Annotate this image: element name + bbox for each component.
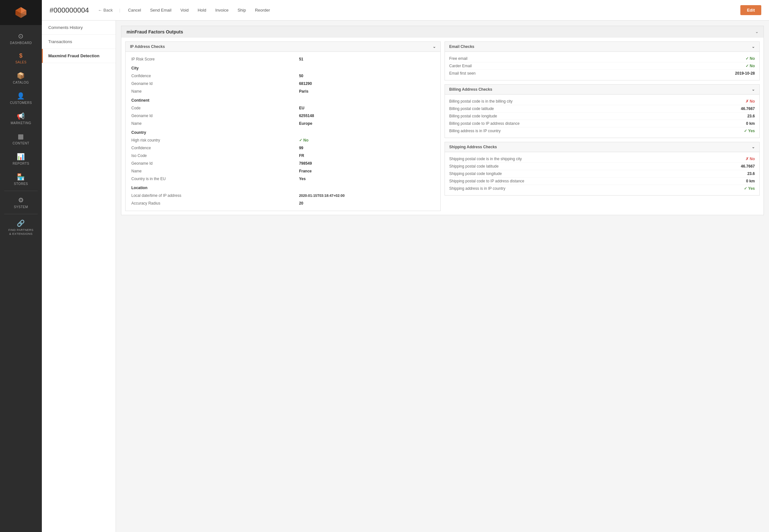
- location-label: Location: [131, 183, 435, 191]
- checks-grid: IP Address Checks ⌄ IP Risk Score 51: [121, 38, 764, 215]
- dashboard-icon: ⊙: [18, 32, 24, 40]
- shipping-row-1: Shipping postal code latitude 46.7667: [449, 163, 755, 170]
- shipping-checks-chevron-icon: ⌄: [752, 145, 755, 149]
- back-arrow-icon: ←: [98, 8, 102, 13]
- billing-row-2: Billing postal code longitude 23.6: [449, 113, 755, 120]
- sidebar-item-sales[interactable]: $ SALES: [0, 49, 42, 68]
- catalog-icon: 📦: [17, 72, 25, 79]
- shipping-postal-city-value: No: [746, 157, 755, 161]
- order-number: #000000004: [50, 6, 89, 14]
- billing-row-0: Billing postal code is in the billing ci…: [449, 98, 755, 105]
- reorder-button[interactable]: Reorder: [254, 6, 271, 14]
- page-header: #000000004 ← Back | Cancel Send Email Vo…: [42, 0, 769, 21]
- app-container: ⊙ DASHBOARD $ SALES 📦 CATALOG 👤 CUSTOMER…: [0, 0, 769, 532]
- billing-row-4: Billing address is in IP country Yes: [449, 127, 755, 134]
- table-row: Name Paris: [131, 88, 435, 95]
- sidebar-divider-2: [4, 214, 38, 214]
- sidebar-item-dashboard[interactable]: ⊙ DASHBOARD: [0, 28, 42, 49]
- country-label: Country: [131, 128, 435, 136]
- ip-checks-table: IP Risk Score 51 City Confidence 50: [130, 55, 436, 207]
- table-row: Accuracy Radius 20: [131, 200, 435, 207]
- billing-in-ip-country-value: Yes: [744, 129, 755, 133]
- table-row: High risk country No: [131, 137, 435, 144]
- shipping-row-3: Shipping postal code to IP address dista…: [449, 178, 755, 185]
- email-checks-body: Free email No Carder Email No Email firs…: [445, 52, 760, 80]
- free-email-value: No: [746, 56, 755, 61]
- table-row: Location: [131, 183, 435, 191]
- shipping-row-2: Shipping postal code longitude 23.6: [449, 170, 755, 178]
- sidebar-item-catalog[interactable]: 📦 CATALOG: [0, 68, 42, 88]
- billing-checks-header[interactable]: Billing Address Checks ⌄: [445, 85, 760, 95]
- ip-checks-header[interactable]: IP Address Checks ⌄: [125, 42, 440, 52]
- email-checks-chevron-icon: ⌄: [752, 44, 755, 49]
- billing-checks-body: Billing postal code is in the billing ci…: [445, 95, 760, 138]
- shipping-row-4: Shipping address is in IP country Yes: [449, 185, 755, 192]
- billing-row-1: Billing postal code latitude 46.7667: [449, 105, 755, 113]
- find-partners-icon: 🔗: [17, 219, 25, 227]
- void-button[interactable]: Void: [179, 6, 190, 14]
- table-row: City: [131, 63, 435, 72]
- city-label: City: [131, 63, 435, 72]
- shipping-checks-body: Shipping postal code is in the shipping …: [445, 152, 760, 195]
- table-row: Continent: [131, 96, 435, 104]
- edit-button[interactable]: Edit: [740, 5, 761, 15]
- sidebar-item-find-partners[interactable]: 🔗 FIND PARTNERS& EXTENSIONS: [0, 216, 42, 240]
- ship-button[interactable]: Ship: [236, 6, 247, 14]
- minfraud-chevron-icon: ⌄: [755, 30, 758, 34]
- billing-postal-city-value: No: [746, 99, 755, 104]
- send-email-button[interactable]: Send Email: [149, 6, 172, 14]
- content-icon: ▦: [18, 133, 24, 140]
- billing-checks-chevron-icon: ⌄: [752, 87, 755, 92]
- sidebar-divider: [4, 191, 38, 191]
- ip-checks-body: IP Risk Score 51 City Confidence 50: [125, 52, 440, 211]
- sidebar-item-content[interactable]: ▦ CONTENT: [0, 129, 42, 149]
- cancel-button[interactable]: Cancel: [127, 6, 142, 14]
- invoice-button[interactable]: Invoice: [214, 6, 230, 14]
- sidebar-item-reports[interactable]: 📊 REPORTS: [0, 149, 42, 169]
- left-panel: Comments History Transactions Maxmind Fr…: [42, 21, 116, 532]
- email-checks-header[interactable]: Email Checks ⌄: [445, 42, 760, 52]
- shipping-checks-header[interactable]: Shipping Address Checks ⌄: [445, 142, 760, 152]
- table-row: Confidence 99: [131, 144, 435, 151]
- table-row: Local date/time of IP address 2020-01-15…: [131, 192, 435, 199]
- sales-icon: $: [19, 52, 23, 59]
- table-row: Name Europe: [131, 120, 435, 127]
- shipping-row-0: Shipping postal code is in the shipping …: [449, 155, 755, 163]
- continent-label: Continent: [131, 96, 435, 104]
- table-row: IP Risk Score 51: [131, 56, 435, 63]
- stores-icon: 🏪: [17, 173, 25, 181]
- left-panel-comments-history[interactable]: Comments History: [42, 21, 115, 35]
- hold-button[interactable]: Hold: [197, 6, 208, 14]
- sidebar-item-customers[interactable]: 👤 CUSTOMERS: [0, 88, 42, 108]
- right-checks-column: Email Checks ⌄ Free email No Ca: [444, 41, 760, 211]
- minfraud-section-header[interactable]: minFraud Factors Outputs ⌄: [121, 26, 764, 38]
- billing-checks-panel: Billing Address Checks ⌄ Billing postal …: [444, 84, 760, 138]
- ip-address-checks-panel: IP Address Checks ⌄ IP Risk Score 51: [125, 41, 441, 211]
- sidebar-item-system[interactable]: ⚙ SYSTEM: [0, 192, 42, 213]
- magento-logo-icon: [14, 6, 28, 19]
- left-panel-maxmind[interactable]: Maxmind Fraud Detection: [42, 49, 115, 63]
- shipping-in-ip-country-value: Yes: [744, 186, 755, 191]
- sidebar-logo: [0, 0, 42, 25]
- carder-email-row: Carder Email No: [449, 62, 755, 70]
- sidebar-item-stores[interactable]: 🏪 STORES: [0, 169, 42, 189]
- left-panel-transactions[interactable]: Transactions: [42, 35, 115, 49]
- right-content: minFraud Factors Outputs ⌄ IP Address Ch…: [116, 21, 769, 532]
- table-row: Country: [131, 128, 435, 136]
- carder-email-value: No: [746, 64, 755, 68]
- billing-row-3: Billing postal code to IP address distan…: [449, 120, 755, 127]
- sidebar-item-marketing[interactable]: 📢 MARKETING: [0, 108, 42, 129]
- free-email-row: Free email No: [449, 55, 755, 62]
- email-checks-panel: Email Checks ⌄ Free email No Ca: [444, 41, 760, 80]
- table-row: Geoname Id 6255148: [131, 112, 435, 119]
- minfraud-title: minFraud Factors Outputs: [126, 29, 183, 34]
- marketing-icon: 📢: [17, 112, 25, 120]
- minfraud-section: minFraud Factors Outputs ⌄ IP Address Ch…: [121, 26, 764, 215]
- back-button[interactable]: ← Back: [98, 8, 113, 13]
- system-icon: ⚙: [18, 196, 24, 204]
- customers-icon: 👤: [17, 92, 25, 100]
- sidebar: ⊙ DASHBOARD $ SALES 📦 CATALOG 👤 CUSTOMER…: [0, 0, 42, 532]
- table-row: Code EU: [131, 105, 435, 112]
- table-row: Confidence 50: [131, 72, 435, 79]
- high-risk-value: No: [299, 138, 308, 142]
